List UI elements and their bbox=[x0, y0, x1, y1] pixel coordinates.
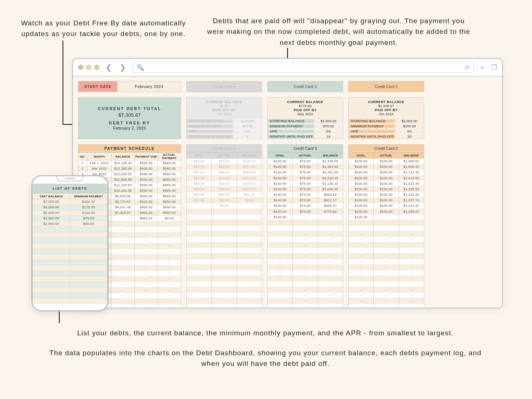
maximize-icon[interactable] bbox=[94, 65, 99, 70]
table-row[interactable]: --- bbox=[268, 276, 343, 281]
table-row[interactable]: --- bbox=[187, 237, 262, 242]
table-row[interactable]: $65.00$65.00$308.36 bbox=[187, 170, 262, 175]
table-row[interactable]: --- bbox=[268, 231, 343, 237]
sched-tab-cc4[interactable]: Credit Card 4 bbox=[186, 144, 262, 152]
table-row[interactable]: $65.00$65.00$180.67 bbox=[187, 181, 262, 186]
sched-tab-cc3[interactable]: Credit Card 3 bbox=[267, 144, 343, 152]
forward-button[interactable]: ❯ bbox=[119, 63, 127, 72]
table-row[interactable]: --- bbox=[349, 259, 424, 265]
goal-table-cc3[interactable]: GOALACTUALBALANCE $140.00$75.00$1,425.00… bbox=[267, 152, 343, 308]
table-row[interactable]: --- bbox=[349, 220, 424, 225]
table-row[interactable]: --- bbox=[349, 248, 424, 253]
tabs-icon[interactable]: ❐ bbox=[491, 63, 497, 71]
table-row[interactable]: --- bbox=[268, 298, 343, 304]
table-row[interactable] bbox=[33, 249, 108, 254]
table-row[interactable]: --- bbox=[349, 304, 424, 308]
table-row[interactable]: --- bbox=[268, 226, 343, 231]
table-row[interactable] bbox=[33, 271, 108, 276]
sched-tab-cc2[interactable]: Credit Card 2 bbox=[348, 144, 424, 152]
table-row[interactable]: --- bbox=[187, 209, 262, 214]
table-row[interactable]: --- bbox=[187, 281, 262, 287]
table-row[interactable] bbox=[33, 260, 108, 265]
table-row[interactable] bbox=[33, 276, 108, 282]
table-row[interactable]: $65.00$65.00$116.42 bbox=[187, 186, 262, 192]
table-row[interactable]: --- bbox=[349, 265, 424, 270]
table-row[interactable]: $65.00$65.00$51.90 bbox=[187, 192, 262, 198]
table-row[interactable]: --- bbox=[268, 248, 343, 253]
reload-icon[interactable]: ⟳ bbox=[465, 64, 470, 71]
table-row[interactable]: $7,000.00$450.00 bbox=[33, 199, 108, 205]
table-row[interactable] bbox=[33, 287, 108, 293]
table-row[interactable]: --- bbox=[268, 281, 343, 287]
table-row[interactable]: --- bbox=[268, 237, 343, 242]
table-row[interactable]: --- bbox=[187, 253, 262, 259]
table-row[interactable]: $100.00$100.00$1,333.30 bbox=[349, 192, 424, 198]
table-row[interactable]: $140.00$75.00$993.69 bbox=[268, 192, 343, 198]
table-row[interactable]: $140.00$75.00$1,281.95 bbox=[268, 170, 343, 175]
table-row[interactable]: $100.00$100.00$1,712.35 bbox=[349, 170, 424, 175]
table-row[interactable]: $140.00$75.00$848.47 bbox=[268, 203, 343, 209]
new-tab-button[interactable]: ＋ bbox=[479, 63, 486, 72]
table-row[interactable]: $65.00$65.00$371.81 bbox=[187, 164, 262, 170]
table-row[interactable] bbox=[33, 293, 108, 299]
table-row[interactable]: $4,000.00$175.00 bbox=[33, 205, 108, 210]
table-row[interactable]: --- bbox=[187, 214, 262, 220]
table-row[interactable]: --- bbox=[187, 270, 262, 276]
table-row[interactable]: --- bbox=[187, 248, 262, 253]
minimize-icon[interactable] bbox=[86, 65, 91, 70]
close-icon[interactable] bbox=[78, 65, 83, 70]
table-row[interactable]: --- bbox=[268, 265, 343, 270]
table-row[interactable]: --- bbox=[349, 287, 424, 292]
table-row[interactable]: --- bbox=[268, 220, 343, 225]
table-row[interactable]: $65.00$65.00$244.65 bbox=[187, 175, 262, 181]
table-row[interactable]: $100.00$100.00$1,237.74 bbox=[349, 198, 424, 203]
table-row[interactable]: --- bbox=[187, 276, 262, 281]
table-row[interactable]: --- bbox=[268, 259, 343, 265]
table-row[interactable] bbox=[33, 243, 108, 249]
table-row[interactable]: $140.00$75.00$1,210.15 bbox=[268, 175, 343, 181]
table-row[interactable]: --- bbox=[349, 298, 424, 304]
card-tab-cc2[interactable]: Credit Card 2 bbox=[348, 81, 424, 92]
card-tab-cc3[interactable]: Credit Card 3 bbox=[267, 81, 343, 92]
address-bar[interactable]: 🔍 ⟳ bbox=[133, 62, 474, 73]
start-date-value[interactable]: February 2023 bbox=[117, 81, 181, 92]
table-row[interactable]: --- bbox=[349, 253, 424, 259]
table-row[interactable]: --- bbox=[349, 276, 424, 281]
back-button[interactable]: ❮ bbox=[105, 63, 113, 72]
table-row[interactable]: --- bbox=[187, 293, 262, 298]
table-row[interactable]: $100.00$100.00$1,523.46 bbox=[349, 181, 424, 186]
table-row[interactable]: --- bbox=[187, 226, 262, 231]
table-row[interactable]: --- bbox=[268, 270, 343, 276]
table-row[interactable] bbox=[33, 254, 108, 260]
table-row[interactable]: $1,000.00$65.00 bbox=[33, 221, 108, 227]
table-row[interactable]: --- bbox=[187, 242, 262, 248]
table-row[interactable]: --- bbox=[268, 293, 343, 298]
card-tab-cc4[interactable]: Credit Card 4 bbox=[186, 81, 262, 92]
table-row[interactable]: $140.00$75.00$775.60 bbox=[268, 209, 343, 214]
table-row[interactable]: 2Mar 2023$13,385.90$930.00$865.00 bbox=[78, 166, 181, 172]
table-row[interactable]: --- bbox=[268, 304, 343, 308]
table-row[interactable] bbox=[33, 265, 108, 271]
table-row[interactable]: --- bbox=[349, 242, 424, 248]
table-row[interactable]: $100.00$100.00$1,141.87 bbox=[349, 203, 424, 209]
table-row[interactable]: --- bbox=[349, 231, 424, 237]
table-row[interactable]: --- bbox=[187, 298, 262, 304]
table-row[interactable]: $140.00$75.00$1,066.02 bbox=[268, 186, 343, 192]
table-row[interactable]: 1Feb 1, 2023$14,135.00$930.00$865.00 bbox=[78, 160, 181, 166]
table-row[interactable] bbox=[33, 227, 108, 232]
table-row[interactable]: --- bbox=[187, 304, 262, 308]
table-row[interactable]: $140.00-- bbox=[268, 214, 343, 220]
list-of-debts-table[interactable]: TART BALANCEMINIMUM PAYMENT $7,000.00$45… bbox=[32, 193, 108, 304]
table-row[interactable] bbox=[33, 232, 108, 238]
goal-table-cc4[interactable]: GOALACTUALBALANCE $65.00$65.00$435.00$65… bbox=[186, 152, 262, 308]
table-row[interactable]: $100.00$100.00$1,900.00 bbox=[349, 159, 424, 164]
table-row[interactable]: $2,000.00$100.00 bbox=[33, 210, 108, 216]
table-row[interactable] bbox=[33, 282, 108, 287]
table-row[interactable]: $140.00$75.00$921.17 bbox=[268, 198, 343, 203]
table-row[interactable]: $140.00$75.00$1,353.56 bbox=[268, 164, 343, 170]
table-row[interactable]: $1,500.00$75.00 bbox=[33, 216, 108, 221]
table-row[interactable]: $140.00$75.00$1,425.00 bbox=[268, 159, 343, 164]
goal-table-cc2[interactable]: GOALACTUALBALANCE $100.00$100.00$1,900.0… bbox=[348, 152, 424, 308]
table-row[interactable]: $100.00$100.00$1,618.06 bbox=[349, 175, 424, 181]
table-row[interactable]: --- bbox=[349, 293, 424, 298]
